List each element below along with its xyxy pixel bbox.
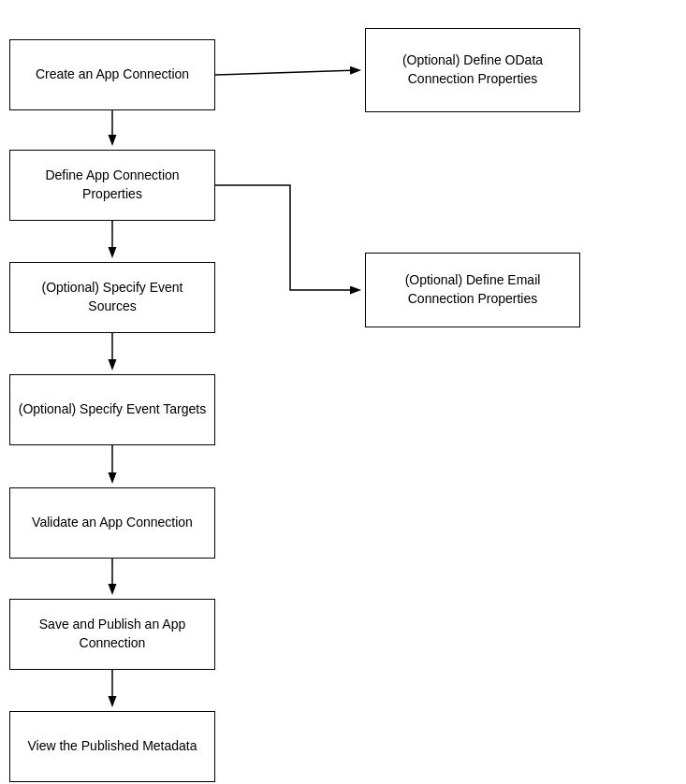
save-publish-box: Save and Publish an App Connection xyxy=(9,599,215,670)
optional-event-targets-box: (Optional) Specify Event Targets xyxy=(9,374,215,445)
optional-event-sources-box: (Optional) Specify Event Sources xyxy=(9,262,215,333)
save-publish-label: Save and Publish an App Connection xyxy=(18,616,207,652)
create-app-box: Create an App Connection xyxy=(9,39,215,110)
svg-line-6 xyxy=(215,70,358,75)
optional-odata-box: (Optional) Define OData Connection Prope… xyxy=(365,28,580,112)
validate-app-label: Validate an App Connection xyxy=(32,514,193,532)
optional-event-targets-label: (Optional) Specify Event Targets xyxy=(19,400,207,419)
define-app-label: Define App Connection Properties xyxy=(18,167,207,203)
optional-email-box: (Optional) Define Email Connection Prope… xyxy=(365,253,580,327)
optional-event-sources-label: (Optional) Specify Event Sources xyxy=(18,279,207,315)
create-app-label: Create an App Connection xyxy=(36,65,189,84)
diagram-container: Create an App Connection Define App Conn… xyxy=(0,0,686,784)
optional-email-label: (Optional) Define Email Connection Prope… xyxy=(373,271,572,308)
define-app-box: Define App Connection Properties xyxy=(9,150,215,221)
validate-app-box: Validate an App Connection xyxy=(9,487,215,559)
view-published-label: View the Published Metadata xyxy=(27,737,197,756)
optional-odata-label: (Optional) Define OData Connection Prope… xyxy=(373,51,572,88)
view-published-box: View the Published Metadata xyxy=(9,711,215,782)
